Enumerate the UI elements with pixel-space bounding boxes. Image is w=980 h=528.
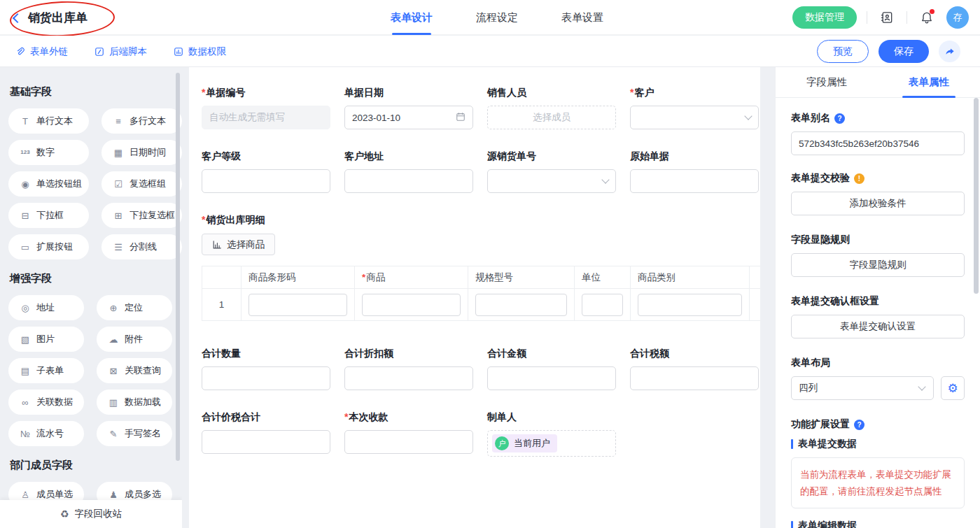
field-item-attachment[interactable]: ☁附件 xyxy=(97,327,172,352)
calendar-icon xyxy=(456,112,465,124)
save-button[interactable]: 保存 xyxy=(878,40,929,63)
top-header: 销货出库单 表单设计 流程设定 表单设置 数据管理 xyxy=(0,0,980,35)
total-discount-input[interactable] xyxy=(344,366,473,390)
visibility-rules-button[interactable]: 字段显隐规则 xyxy=(791,253,965,277)
submit-confirm-button[interactable]: 表单提交确认设置 xyxy=(791,315,965,338)
total-with-tax-input[interactable] xyxy=(202,430,330,454)
field-item-lookup[interactable]: ⊠关联查询 xyxy=(97,358,172,383)
field-item-select[interactable]: ⊟下拉框 xyxy=(8,203,89,228)
field-total-qty[interactable]: 合计数量 xyxy=(202,348,330,390)
form-alias-input[interactable] xyxy=(791,131,965,155)
back-icon[interactable] xyxy=(13,13,22,22)
data-manage-button[interactable]: 数据管理 xyxy=(792,6,857,29)
doc-date-input[interactable]: 2023-01-10 xyxy=(344,106,473,129)
tab-field-properties[interactable]: 字段属性 xyxy=(776,67,878,97)
panel-scrollbar[interactable] xyxy=(974,98,979,294)
field-sales-person[interactable]: 销售人员 选择成员 xyxy=(487,87,616,129)
checkbox-group-icon: ☑ xyxy=(113,180,124,189)
field-item-address[interactable]: ◎地址 xyxy=(8,295,84,320)
col-spec: 规格型号 xyxy=(468,266,575,289)
total-qty-input[interactable] xyxy=(202,366,330,390)
field-original-doc[interactable]: 原始单据 xyxy=(630,150,759,193)
multi-select-icon: ⊞ xyxy=(113,211,124,220)
form-external-link[interactable]: 表单外链 xyxy=(15,45,68,58)
tab-flow-setting[interactable]: 流程设定 xyxy=(472,0,522,35)
field-item-checkbox-group[interactable]: ☑复选框组 xyxy=(102,171,182,197)
source-order-select[interactable] xyxy=(487,169,616,193)
field-item-linked-data[interactable]: ∞关联数据 xyxy=(8,390,84,415)
avatar[interactable]: 存 xyxy=(946,6,969,29)
subform-label: *销货出库明细 xyxy=(202,214,748,227)
add-validation-button[interactable]: 添加校验条件 xyxy=(791,192,965,215)
field-item-multi-select[interactable]: ⊞下拉复选框 xyxy=(102,203,182,228)
field-item-radio-group[interactable]: ◉单选按钮组 xyxy=(8,171,89,197)
backend-script-link[interactable]: 后端脚本 xyxy=(94,45,147,58)
linked-data-icon: ∞ xyxy=(20,398,31,407)
field-item-subform[interactable]: ▤子表单 xyxy=(8,358,84,383)
tab-form-properties[interactable]: 表单属性 xyxy=(878,67,980,97)
field-source-order-no[interactable]: 源销货单号 xyxy=(487,150,616,193)
help-icon[interactable]: ? xyxy=(834,113,845,124)
bar-chart-icon xyxy=(212,240,222,250)
lookup-icon: ⊠ xyxy=(108,366,119,376)
original-doc-input[interactable] xyxy=(630,169,759,193)
member-multi-icon: ♟ xyxy=(108,490,119,499)
field-customer-level[interactable]: 客户等级 xyxy=(202,150,330,193)
help-icon[interactable]: ? xyxy=(854,420,864,430)
field-total-amount[interactable]: 合计金额 xyxy=(487,348,616,390)
spec-cell-input[interactable] xyxy=(475,294,567,316)
customer-address-input[interactable] xyxy=(344,169,473,193)
tab-form-design[interactable]: 表单设计 xyxy=(386,0,437,35)
row-index-header xyxy=(202,266,241,289)
field-item-datetime[interactable]: ▦日期时间 xyxy=(102,140,182,165)
subform-table: 商品条形码 *商品 规格型号 单位 商品类别 1 xyxy=(202,266,760,321)
share-button[interactable] xyxy=(939,41,960,62)
field-doc-no[interactable]: *单据编号 自动生成无需填写 xyxy=(202,87,330,129)
preview-button[interactable]: 预览 xyxy=(817,40,869,63)
field-total-with-tax[interactable]: 合计价税合计 xyxy=(202,411,330,457)
customer-select[interactable] xyxy=(630,106,759,129)
datetime-icon: ▦ xyxy=(113,148,124,157)
field-doc-creator[interactable]: 制单人 户 当前用户 xyxy=(487,411,616,457)
field-item-serial-number[interactable]: №流水号 xyxy=(8,421,84,446)
select-product-button[interactable]: 选择商品 xyxy=(202,234,275,255)
contacts-icon[interactable] xyxy=(877,8,897,27)
field-doc-date[interactable]: 单据日期 2023-01-10 xyxy=(344,87,473,129)
field-item-locate[interactable]: ⊕定位 xyxy=(97,295,172,320)
field-total-tax[interactable]: 合计税额 xyxy=(630,348,759,390)
field-total-discount[interactable]: 合计折扣额 xyxy=(344,348,473,390)
single-line-text-icon: T xyxy=(20,117,31,126)
notification-bell-icon[interactable] xyxy=(917,8,937,27)
submit-data-label: 表单提交数据 xyxy=(798,438,857,450)
barcode-cell-input[interactable] xyxy=(248,294,347,316)
total-amount-input[interactable] xyxy=(487,366,616,390)
field-recycle-bin[interactable]: ♻ 字段回收站 xyxy=(0,500,182,528)
field-current-payment[interactable]: *本次收款 xyxy=(344,411,473,457)
current-payment-input[interactable] xyxy=(344,430,473,454)
field-item-data-load[interactable]: ▥数据加载 xyxy=(97,390,172,415)
warning-icon: ! xyxy=(854,173,864,184)
field-item-image[interactable]: ▧图片 xyxy=(8,327,84,352)
layout-select[interactable]: 四列 xyxy=(791,376,934,400)
total-tax-input[interactable] xyxy=(630,366,759,390)
sidebar-scrollbar[interactable] xyxy=(176,73,180,461)
layout-settings-button[interactable]: ⚙ xyxy=(941,376,965,400)
field-item-multi-line-text[interactable]: ≡多行文本 xyxy=(102,108,182,134)
field-customer-address[interactable]: 客户地址 xyxy=(344,150,473,193)
form-alias-label: 表单别名 xyxy=(791,112,830,124)
field-item-signature[interactable]: ✎手写签名 xyxy=(97,421,172,446)
category-cell-input[interactable] xyxy=(638,294,742,316)
submit-validation-label: 表单提交校验 xyxy=(791,172,850,185)
unit-cell-input[interactable] xyxy=(582,294,623,316)
product-cell-input[interactable] xyxy=(362,294,461,316)
field-customer[interactable]: *客户 xyxy=(630,87,759,129)
sales-person-picker[interactable]: 选择成员 xyxy=(487,106,616,129)
field-item-divider[interactable]: ☰分割线 xyxy=(102,234,182,259)
field-item-number[interactable]: 123数字 xyxy=(8,140,89,165)
tab-form-setting[interactable]: 表单设置 xyxy=(557,0,608,35)
data-permission-link[interactable]: 数据权限 xyxy=(174,45,226,58)
field-item-single-line-text[interactable]: T单行文本 xyxy=(8,108,89,134)
doc-creator-picker[interactable]: 户 当前用户 xyxy=(487,430,616,457)
customer-level-input[interactable] xyxy=(202,169,330,193)
field-item-extend-button[interactable]: ▭扩展按钮 xyxy=(8,234,89,259)
